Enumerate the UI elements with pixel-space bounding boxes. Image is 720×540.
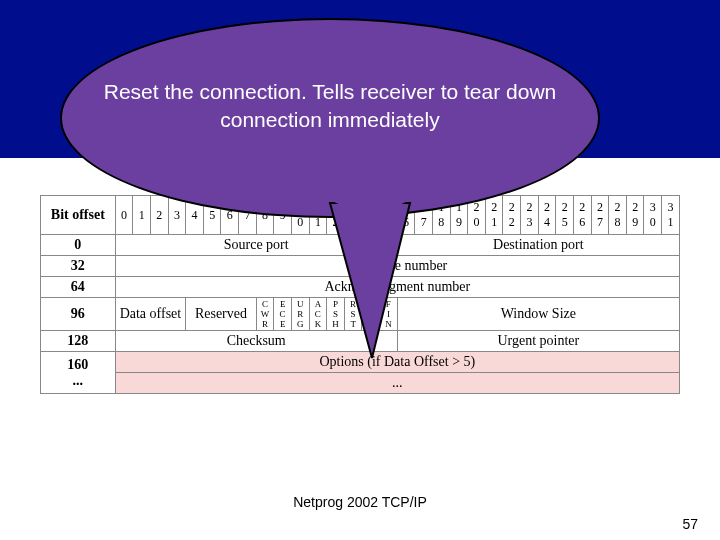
options-dots: ...: [115, 373, 679, 394]
row-label: 64: [41, 277, 116, 298]
bit-col: 2 8: [609, 196, 627, 235]
footer-text: Netprog 2002 TCP/IP: [0, 494, 720, 510]
flag-urg: U R G: [291, 298, 309, 331]
reserved: Reserved: [186, 298, 257, 331]
flag-ece: E C E: [274, 298, 292, 331]
bit-col: 3 0: [644, 196, 662, 235]
data-offset: Data offset: [115, 298, 186, 331]
page-number: 57: [682, 516, 698, 532]
callout-tail: [310, 188, 450, 368]
row-label: 128: [41, 331, 116, 352]
callout: Reset the connection. Tells receiver to …: [60, 18, 600, 218]
bit-col: 2 9: [626, 196, 644, 235]
row-label: 0: [41, 235, 116, 256]
slide: Bit offset 0 1 2 3 4 5 6 7 8 9 1 0 1 1 1…: [0, 0, 720, 540]
row-label: 32: [41, 256, 116, 277]
row-160b: ...: [41, 373, 680, 394]
svg-marker-0: [330, 203, 410, 358]
callout-text: Reset the connection. Tells receiver to …: [90, 78, 570, 134]
row-label: 160 ...: [41, 352, 116, 394]
flag-cwr: C W R: [256, 298, 274, 331]
bit-col: 3 1: [662, 196, 680, 235]
row-label: 96: [41, 298, 116, 331]
